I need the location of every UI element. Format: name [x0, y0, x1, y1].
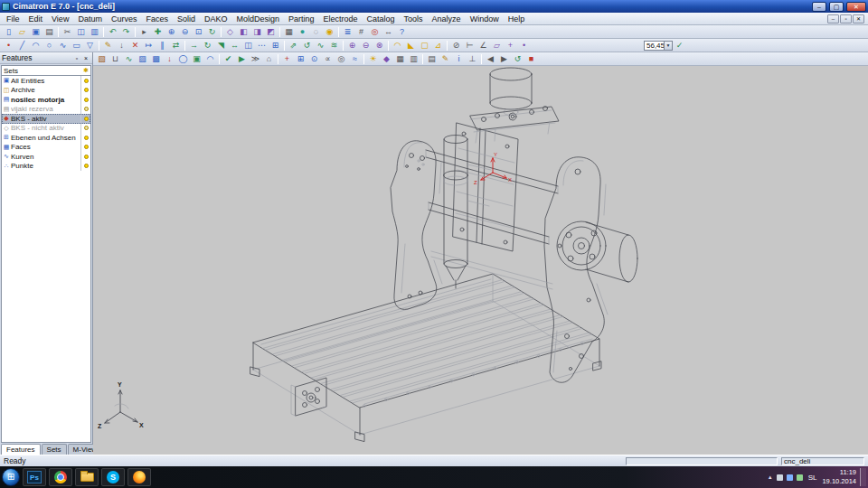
feature-item-vijaki-rezerva[interactable]: ▤ vijaki rezerva [2, 105, 90, 115]
scale-icon[interactable]: ◥ [214, 40, 228, 52]
trim-icon[interactable]: ✕ [128, 40, 142, 52]
boolean-subtract-icon[interactable]: ⊖ [359, 40, 373, 52]
hide-icon[interactable]: ◌ [309, 26, 323, 38]
draft-icon[interactable]: ⊿ [431, 40, 445, 52]
pan-icon[interactable]: ✚ [151, 26, 165, 38]
tray-network-icon[interactable] [787, 474, 793, 481]
grid-icon[interactable]: # [354, 26, 368, 38]
verify-icon[interactable]: ✔ [222, 53, 235, 65]
feature-item-bks-aktiv[interactable]: ◆ BKS - aktiv [2, 114, 90, 124]
maximize-button[interactable]: ▢ [829, 2, 844, 12]
print-icon[interactable]: ▤ [42, 26, 56, 38]
apply-icon[interactable]: ✓ [673, 40, 686, 52]
mirror-icon[interactable]: ⇄ [169, 40, 183, 52]
visibility-toggle[interactable] [80, 133, 90, 143]
menu-help[interactable]: Help [504, 14, 530, 24]
snap-icon[interactable]: ◎ [368, 26, 382, 38]
texture-icon[interactable]: ▦ [393, 53, 407, 65]
datum-axis-icon[interactable]: + [504, 40, 517, 52]
light-icon[interactable]: ☀ [366, 53, 380, 65]
minimize-button[interactable]: – [812, 2, 826, 12]
next-icon[interactable]: ▶ [497, 53, 511, 65]
contour-icon[interactable]: ◯ [176, 53, 190, 65]
pattern-icon[interactable]: ⋯ [255, 40, 269, 52]
rotate-icon[interactable]: ↻ [201, 40, 214, 52]
feature-item-faces[interactable]: ▦ Faces [2, 143, 90, 153]
pin-icon[interactable]: ▫ [72, 53, 81, 62]
notes-icon[interactable]: ✎ [439, 53, 452, 65]
boolean-union-icon[interactable]: ⊕ [345, 40, 359, 52]
zoom-fit-icon[interactable]: ⊡ [192, 26, 205, 38]
stock-icon[interactable]: ▧ [95, 53, 108, 65]
refresh-icon[interactable]: ↺ [511, 53, 524, 65]
cut-icon[interactable]: ✂ [61, 26, 74, 38]
tab-sets[interactable]: Sets [42, 444, 67, 455]
chevron-down-icon[interactable]: ▼ [664, 42, 672, 50]
tray-antivirus-icon[interactable] [797, 474, 803, 481]
shaded-icon[interactable]: ● [296, 26, 309, 38]
datum-plane-icon[interactable]: ▱ [490, 40, 504, 52]
help-icon[interactable]: ? [395, 26, 409, 38]
menu-analyze[interactable]: Analyze [428, 14, 466, 24]
wireframe-icon[interactable]: ▦ [282, 26, 296, 38]
origin-icon[interactable]: + [280, 53, 294, 65]
previous-icon[interactable]: ◀ [484, 53, 497, 65]
mdi-minimize-button[interactable]: – [827, 14, 839, 23]
circle-icon[interactable]: ○ [42, 40, 56, 52]
chamfer-icon[interactable]: ◣ [404, 40, 418, 52]
panel-close-icon[interactable]: × [81, 53, 90, 62]
visibility-toggle[interactable] [80, 152, 90, 162]
spline-icon[interactable]: ∿ [56, 40, 70, 52]
stop-icon[interactable]: ■ [524, 53, 538, 65]
menu-catalog[interactable]: Catalog [363, 14, 400, 24]
visibility-toggle[interactable] [80, 105, 90, 115]
datum-point-icon[interactable]: • [517, 40, 531, 52]
visibility-toggle[interactable] [80, 95, 90, 105]
new-file-icon[interactable]: ▯ [2, 26, 15, 38]
simulate-icon[interactable]: ▶ [235, 53, 249, 65]
dimension-icon[interactable]: ⊢ [463, 40, 476, 52]
pocket-icon[interactable]: ▣ [190, 53, 203, 65]
project-icon[interactable]: ↓ [115, 40, 128, 52]
array-icon[interactable]: ⊞ [269, 40, 282, 52]
open-file-icon[interactable]: ▱ [15, 26, 29, 38]
work-offset-icon[interactable]: ⊞ [294, 53, 307, 65]
taskbar-chrome[interactable] [49, 468, 72, 486]
copy-object-icon[interactable]: ◫ [241, 40, 255, 52]
coolant-icon[interactable]: ≈ [348, 53, 362, 65]
clock[interactable]: 11:19 19.10.2014 [822, 468, 856, 486]
report-icon[interactable]: ▤ [425, 53, 439, 65]
feature-item-archive[interactable]: ◫ Archive [2, 86, 90, 96]
view-normal-icon[interactable]: ⊥ [466, 53, 479, 65]
menu-faces[interactable]: Faces [141, 14, 173, 24]
taskbar-firefox[interactable] [127, 468, 151, 486]
menu-curves[interactable]: Curves [107, 14, 142, 24]
menu-solid[interactable]: Solid [173, 14, 200, 24]
menu-dako[interactable]: DAKO [200, 14, 232, 24]
angle-icon[interactable]: ∠ [476, 40, 490, 52]
line-icon[interactable]: ╱ [15, 40, 29, 52]
feature-item-kurven[interactable]: ∿ Kurven [2, 152, 90, 162]
taskbar-explorer[interactable] [75, 468, 99, 486]
model-viewport[interactable]: X Y Z Y X Z [93, 66, 868, 455]
feature-item-ebenen-und-achsen[interactable]: ⊞ Ebenen und Achsen [2, 133, 90, 143]
drilling-icon[interactable]: ↓ [163, 53, 176, 65]
offset-icon[interactable]: ∥ [156, 40, 169, 52]
material-icon[interactable]: ◆ [380, 53, 393, 65]
visibility-toggle[interactable] [80, 76, 90, 86]
rectangle-icon[interactable]: ▭ [70, 40, 83, 52]
start-button[interactable]: ⊞ [2, 468, 20, 486]
view-right-icon[interactable]: ◩ [264, 26, 278, 38]
menu-tools[interactable]: Tools [400, 14, 428, 24]
layers-icon[interactable]: ≣ [341, 26, 354, 38]
menu-edit[interactable]: Edit [24, 14, 48, 24]
mdi-close-button[interactable]: ✕ [853, 14, 864, 23]
menu-electrode[interactable]: Electrode [319, 14, 363, 24]
menu-file[interactable]: File [2, 14, 24, 24]
menu-window[interactable]: Window [466, 14, 504, 24]
view-iso-icon[interactable]: ◇ [223, 26, 237, 38]
save-icon[interactable]: ▣ [29, 26, 42, 38]
background-icon[interactable]: ▥ [407, 53, 420, 65]
taskbar-photoshop[interactable]: Ps [23, 468, 46, 486]
tray-volume-icon[interactable] [777, 474, 783, 481]
